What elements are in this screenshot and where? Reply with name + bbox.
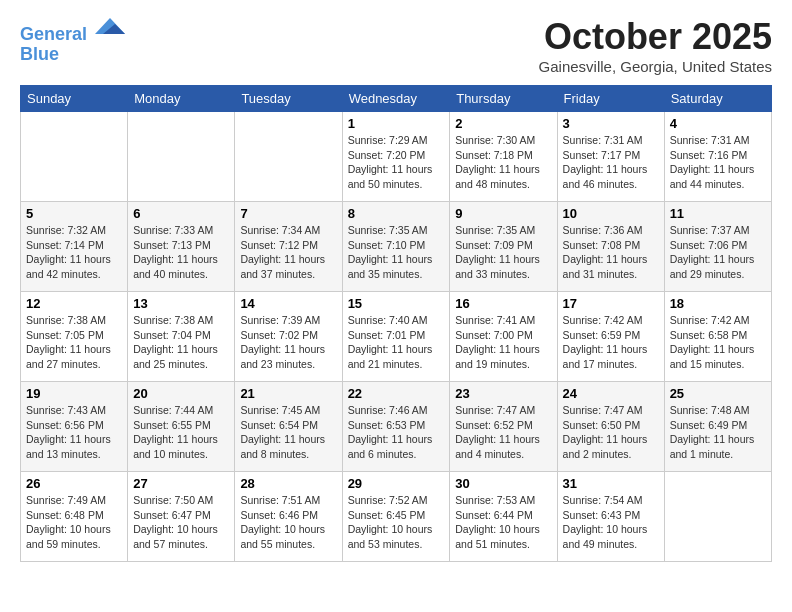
day-number: 13 (133, 296, 229, 311)
day-number: 9 (455, 206, 551, 221)
day-info: Sunrise: 7:47 AMSunset: 6:52 PMDaylight:… (455, 403, 551, 462)
calendar-cell: 2Sunrise: 7:30 AMSunset: 7:18 PMDaylight… (450, 112, 557, 202)
calendar-cell: 29Sunrise: 7:52 AMSunset: 6:45 PMDayligh… (342, 472, 450, 562)
day-number: 3 (563, 116, 659, 131)
day-info: Sunrise: 7:38 AMSunset: 7:04 PMDaylight:… (133, 313, 229, 372)
calendar-cell: 5Sunrise: 7:32 AMSunset: 7:14 PMDaylight… (21, 202, 128, 292)
col-thursday: Thursday (450, 86, 557, 112)
day-number: 30 (455, 476, 551, 491)
day-info: Sunrise: 7:34 AMSunset: 7:12 PMDaylight:… (240, 223, 336, 282)
day-number: 24 (563, 386, 659, 401)
calendar-cell: 30Sunrise: 7:53 AMSunset: 6:44 PMDayligh… (450, 472, 557, 562)
day-number: 15 (348, 296, 445, 311)
col-sunday: Sunday (21, 86, 128, 112)
calendar-cell: 15Sunrise: 7:40 AMSunset: 7:01 PMDayligh… (342, 292, 450, 382)
day-info: Sunrise: 7:30 AMSunset: 7:18 PMDaylight:… (455, 133, 551, 192)
col-friday: Friday (557, 86, 664, 112)
day-info: Sunrise: 7:32 AMSunset: 7:14 PMDaylight:… (26, 223, 122, 282)
header: General Blue October 2025 Gainesvi (20, 16, 772, 75)
day-info: Sunrise: 7:29 AMSunset: 7:20 PMDaylight:… (348, 133, 445, 192)
calendar-cell (235, 112, 342, 202)
calendar-week-row: 19Sunrise: 7:43 AMSunset: 6:56 PMDayligh… (21, 382, 772, 472)
day-info: Sunrise: 7:46 AMSunset: 6:53 PMDaylight:… (348, 403, 445, 462)
calendar-cell: 14Sunrise: 7:39 AMSunset: 7:02 PMDayligh… (235, 292, 342, 382)
day-number: 17 (563, 296, 659, 311)
calendar-cell (128, 112, 235, 202)
day-info: Sunrise: 7:53 AMSunset: 6:44 PMDaylight:… (455, 493, 551, 552)
calendar-cell: 10Sunrise: 7:36 AMSunset: 7:08 PMDayligh… (557, 202, 664, 292)
day-info: Sunrise: 7:36 AMSunset: 7:08 PMDaylight:… (563, 223, 659, 282)
day-info: Sunrise: 7:35 AMSunset: 7:10 PMDaylight:… (348, 223, 445, 282)
day-number: 10 (563, 206, 659, 221)
calendar-week-row: 26Sunrise: 7:49 AMSunset: 6:48 PMDayligh… (21, 472, 772, 562)
calendar-cell: 8Sunrise: 7:35 AMSunset: 7:10 PMDaylight… (342, 202, 450, 292)
calendar-week-row: 12Sunrise: 7:38 AMSunset: 7:05 PMDayligh… (21, 292, 772, 382)
day-number: 8 (348, 206, 445, 221)
day-info: Sunrise: 7:49 AMSunset: 6:48 PMDaylight:… (26, 493, 122, 552)
logo: General Blue (20, 16, 125, 65)
col-wednesday: Wednesday (342, 86, 450, 112)
day-number: 19 (26, 386, 122, 401)
logo-text-blue: Blue (20, 45, 125, 65)
day-number: 5 (26, 206, 122, 221)
day-info: Sunrise: 7:42 AMSunset: 6:59 PMDaylight:… (563, 313, 659, 372)
day-info: Sunrise: 7:41 AMSunset: 7:00 PMDaylight:… (455, 313, 551, 372)
logo-icon (95, 16, 125, 40)
calendar-cell: 31Sunrise: 7:54 AMSunset: 6:43 PMDayligh… (557, 472, 664, 562)
day-number: 20 (133, 386, 229, 401)
day-info: Sunrise: 7:44 AMSunset: 6:55 PMDaylight:… (133, 403, 229, 462)
col-monday: Monday (128, 86, 235, 112)
day-info: Sunrise: 7:48 AMSunset: 6:49 PMDaylight:… (670, 403, 766, 462)
day-number: 29 (348, 476, 445, 491)
day-number: 4 (670, 116, 766, 131)
day-number: 21 (240, 386, 336, 401)
day-number: 1 (348, 116, 445, 131)
day-info: Sunrise: 7:47 AMSunset: 6:50 PMDaylight:… (563, 403, 659, 462)
day-number: 14 (240, 296, 336, 311)
calendar-cell: 23Sunrise: 7:47 AMSunset: 6:52 PMDayligh… (450, 382, 557, 472)
day-info: Sunrise: 7:37 AMSunset: 7:06 PMDaylight:… (670, 223, 766, 282)
title-block: October 2025 Gainesville, Georgia, Unite… (539, 16, 772, 75)
location: Gainesville, Georgia, United States (539, 58, 772, 75)
day-info: Sunrise: 7:54 AMSunset: 6:43 PMDaylight:… (563, 493, 659, 552)
month-title: October 2025 (539, 16, 772, 58)
day-info: Sunrise: 7:40 AMSunset: 7:01 PMDaylight:… (348, 313, 445, 372)
calendar-cell: 19Sunrise: 7:43 AMSunset: 6:56 PMDayligh… (21, 382, 128, 472)
day-info: Sunrise: 7:50 AMSunset: 6:47 PMDaylight:… (133, 493, 229, 552)
col-saturday: Saturday (664, 86, 771, 112)
day-info: Sunrise: 7:45 AMSunset: 6:54 PMDaylight:… (240, 403, 336, 462)
day-number: 7 (240, 206, 336, 221)
day-number: 2 (455, 116, 551, 131)
calendar-cell: 18Sunrise: 7:42 AMSunset: 6:58 PMDayligh… (664, 292, 771, 382)
day-number: 28 (240, 476, 336, 491)
calendar-cell: 24Sunrise: 7:47 AMSunset: 6:50 PMDayligh… (557, 382, 664, 472)
calendar-cell: 3Sunrise: 7:31 AMSunset: 7:17 PMDaylight… (557, 112, 664, 202)
day-number: 18 (670, 296, 766, 311)
calendar-cell: 28Sunrise: 7:51 AMSunset: 6:46 PMDayligh… (235, 472, 342, 562)
calendar: Sunday Monday Tuesday Wednesday Thursday… (20, 85, 772, 562)
day-info: Sunrise: 7:38 AMSunset: 7:05 PMDaylight:… (26, 313, 122, 372)
calendar-cell: 22Sunrise: 7:46 AMSunset: 6:53 PMDayligh… (342, 382, 450, 472)
calendar-header-row: Sunday Monday Tuesday Wednesday Thursday… (21, 86, 772, 112)
calendar-week-row: 5Sunrise: 7:32 AMSunset: 7:14 PMDaylight… (21, 202, 772, 292)
calendar-cell (21, 112, 128, 202)
calendar-cell: 4Sunrise: 7:31 AMSunset: 7:16 PMDaylight… (664, 112, 771, 202)
day-number: 16 (455, 296, 551, 311)
day-info: Sunrise: 7:43 AMSunset: 6:56 PMDaylight:… (26, 403, 122, 462)
day-info: Sunrise: 7:42 AMSunset: 6:58 PMDaylight:… (670, 313, 766, 372)
calendar-cell: 11Sunrise: 7:37 AMSunset: 7:06 PMDayligh… (664, 202, 771, 292)
calendar-cell: 1Sunrise: 7:29 AMSunset: 7:20 PMDaylight… (342, 112, 450, 202)
page-container: General Blue October 2025 Gainesvi (0, 0, 792, 578)
day-number: 12 (26, 296, 122, 311)
calendar-cell: 27Sunrise: 7:50 AMSunset: 6:47 PMDayligh… (128, 472, 235, 562)
day-info: Sunrise: 7:31 AMSunset: 7:16 PMDaylight:… (670, 133, 766, 192)
calendar-cell: 26Sunrise: 7:49 AMSunset: 6:48 PMDayligh… (21, 472, 128, 562)
calendar-cell: 21Sunrise: 7:45 AMSunset: 6:54 PMDayligh… (235, 382, 342, 472)
calendar-cell: 25Sunrise: 7:48 AMSunset: 6:49 PMDayligh… (664, 382, 771, 472)
day-number: 22 (348, 386, 445, 401)
day-number: 11 (670, 206, 766, 221)
calendar-cell: 6Sunrise: 7:33 AMSunset: 7:13 PMDaylight… (128, 202, 235, 292)
col-tuesday: Tuesday (235, 86, 342, 112)
day-number: 23 (455, 386, 551, 401)
day-info: Sunrise: 7:35 AMSunset: 7:09 PMDaylight:… (455, 223, 551, 282)
